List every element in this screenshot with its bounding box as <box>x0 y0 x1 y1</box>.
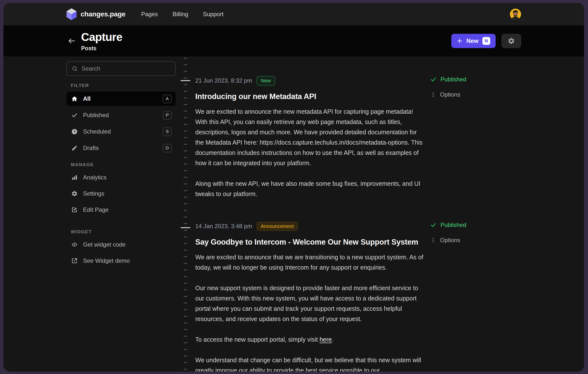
gear-icon <box>71 190 78 197</box>
post-title: Introducing our new Metadata API <box>195 92 424 101</box>
post-badge-new: New <box>257 76 275 86</box>
post-options-button[interactable]: Options <box>430 236 521 245</box>
page-title: Capture <box>81 30 122 44</box>
code-icon <box>71 241 78 248</box>
post-status: Published <box>430 221 521 229</box>
shortcut-badge: S <box>163 127 172 136</box>
paragraph-text: To access the new support portal, simply… <box>195 336 319 343</box>
post-paragraph: We are excited to announce that we are t… <box>195 252 424 273</box>
post-paragraph: We understand that change can be difficu… <box>195 355 424 372</box>
sidebar-item-label: Analytics <box>83 174 107 181</box>
post-status-label: Published <box>441 222 466 228</box>
sidebar-item-label: Published <box>83 112 109 119</box>
back-button[interactable] <box>66 36 77 46</box>
here-link[interactable]: here <box>319 336 332 343</box>
post-paragraph: Along with the new API, we have also mad… <box>195 178 424 199</box>
post-title: Say Goodbye to Intercom - Welcome Our Ne… <box>195 238 424 247</box>
sidebar-item-edit-page[interactable]: Edit Page <box>66 203 176 216</box>
page-subtitle: Posts <box>81 45 122 52</box>
shortcut-badge: D <box>163 144 172 152</box>
external-link-icon <box>71 258 78 264</box>
sidebar-item-label: All <box>83 95 91 102</box>
paragraph-text: . <box>332 336 333 343</box>
sidebar-item-drafts[interactable]: Drafts D <box>66 141 176 155</box>
timeline-ruler <box>176 56 195 372</box>
clock-icon <box>71 128 78 135</box>
sidebar-item-label: Settings <box>83 190 104 197</box>
avatar[interactable] <box>510 9 521 20</box>
search-input[interactable] <box>82 65 170 72</box>
sidebar-item-scheduled[interactable]: Scheduled S <box>66 125 176 139</box>
timeline-marker <box>181 80 190 81</box>
post-head: 21 Jun 2023, 8:32 pm New <box>195 75 424 86</box>
sidebar-item-label: Scheduled <box>83 128 111 135</box>
sidebar-item-published[interactable]: Published P <box>66 108 176 122</box>
check-icon <box>71 112 78 118</box>
avatar-image <box>510 9 521 20</box>
cube-logo-icon <box>66 8 77 20</box>
check-icon <box>430 76 437 83</box>
post-options-button[interactable]: Options <box>430 90 521 99</box>
shortcut-badge-n: N <box>482 37 490 45</box>
edit-page-icon <box>71 207 78 213</box>
timeline-marker <box>181 227 190 228</box>
post-status: Published <box>430 75 521 84</box>
post-options-label: Options <box>440 91 460 98</box>
search-box[interactable] <box>66 61 176 76</box>
content-area: FILTER All A Published P <box>3 56 584 372</box>
shortcut-badge: A <box>163 95 172 103</box>
sidebar: FILTER All A Published P <box>66 56 176 372</box>
sidebar-item-settings[interactable]: Settings <box>66 187 176 200</box>
title-block: Capture Posts <box>81 30 122 52</box>
post-head: 14 Jan 2023, 3:48 pm Announcement <box>195 221 424 232</box>
kebab-menu-icon <box>430 92 436 98</box>
app-window: changes.page Pages Billing Support <box>3 3 584 372</box>
posts-feed: 21 Jun 2023, 8:32 pm New Introducing our… <box>195 56 521 372</box>
sidebar-item-label: See Widget demo <box>83 257 130 264</box>
page-settings-button[interactable] <box>502 34 521 48</box>
plus-icon <box>457 38 463 44</box>
post-meta: Published Options <box>424 75 521 199</box>
nav-link-pages[interactable]: Pages <box>141 11 158 18</box>
shortcut-badge: P <box>163 111 172 120</box>
gear-icon <box>508 37 515 45</box>
new-post-button[interactable]: New N <box>451 34 496 48</box>
check-icon <box>430 222 437 228</box>
nav-link-support[interactable]: Support <box>203 11 223 18</box>
sidebar-item-label: Drafts <box>83 145 99 151</box>
post-paragraph: Our new support system is designed to pr… <box>195 283 424 324</box>
brand-home-link[interactable]: changes.page <box>66 8 125 20</box>
timeline-dashes <box>184 58 187 372</box>
post-article: 21 Jun 2023, 8:32 pm New Introducing our… <box>195 75 424 199</box>
sidebar-item-analytics[interactable]: Analytics <box>66 171 176 184</box>
post-row: 14 Jan 2023, 3:48 pm Announcement Say Go… <box>195 221 521 372</box>
post-paragraph: To access the new support portal, simply… <box>195 334 424 345</box>
home-icon <box>71 96 78 102</box>
sidebar-item-get-widget-code[interactable]: Get widget code <box>66 238 176 251</box>
section-label-widget: WIDGET <box>71 229 176 235</box>
page-header: Capture Posts New N <box>3 25 584 56</box>
section-label-filter: FILTER <box>71 83 176 88</box>
post-badge-announcement: Announcement <box>257 222 298 231</box>
arrow-left-icon <box>68 37 76 45</box>
sidebar-item-all[interactable]: All A <box>66 92 176 106</box>
post-article: 14 Jan 2023, 3:48 pm Announcement Say Go… <box>195 221 424 372</box>
post-status-label: Published <box>441 76 466 83</box>
sidebar-item-label: Edit Page <box>83 206 109 213</box>
nav-link-billing[interactable]: Billing <box>172 11 188 18</box>
analytics-icon <box>71 174 78 181</box>
sidebar-item-see-widget-demo[interactable]: See Widget demo <box>66 254 176 267</box>
section-label-manage: MANAGE <box>71 162 176 167</box>
post-row: 21 Jun 2023, 8:32 pm New Introducing our… <box>195 75 521 199</box>
post-meta: Published Options <box>424 221 521 372</box>
kebab-menu-icon <box>430 237 436 243</box>
header-actions: New N <box>451 34 521 48</box>
post-date: 14 Jan 2023, 3:48 pm <box>195 223 252 230</box>
brand-text: changes.page <box>81 10 125 18</box>
post-date: 21 Jun 2023, 8:32 pm <box>195 77 252 84</box>
nav-links: Pages Billing Support <box>141 11 223 18</box>
post-options-label: Options <box>440 237 460 244</box>
post-paragraph: We are excited to announce the new metad… <box>195 106 424 168</box>
sidebar-item-label: Get widget code <box>83 241 125 248</box>
search-icon <box>72 66 78 72</box>
